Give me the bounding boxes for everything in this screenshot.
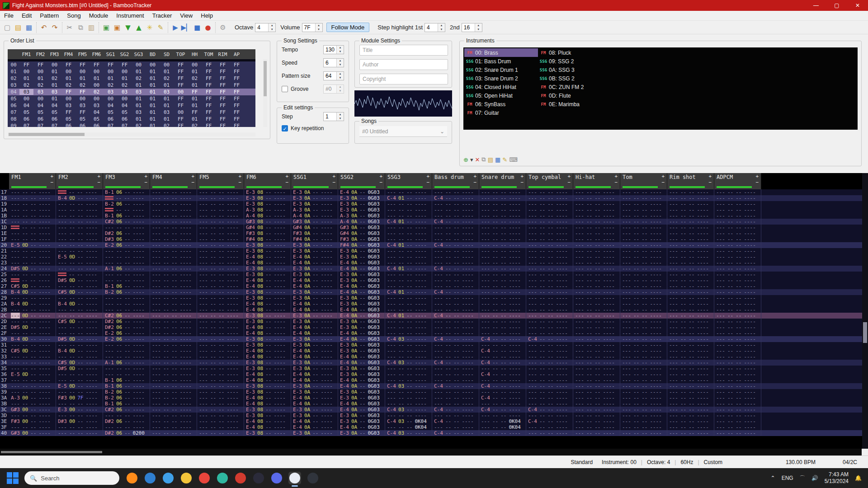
pattern-cell[interactable]: ----------- bbox=[573, 389, 620, 395]
play-icon[interactable]: ▶ bbox=[170, 22, 181, 33]
order-cell[interactable]: 06 bbox=[19, 116, 33, 122]
pattern-cell[interactable]: ----------- bbox=[714, 430, 761, 436]
pattern-cell[interactable]: ----------- bbox=[526, 295, 573, 301]
order-cell[interactable]: 07 bbox=[47, 123, 61, 127]
pattern-row-17[interactable]: 17-------------------B-106--------------… bbox=[0, 189, 868, 195]
pattern-cell[interactable]: ----------- bbox=[526, 360, 573, 366]
instrument-item[interactable]: FM07: Guitar bbox=[464, 108, 538, 117]
order-cell[interactable]: FF bbox=[230, 116, 244, 122]
pattern-cell[interactable]: ----------- bbox=[150, 272, 197, 277]
pattern-cell[interactable]: ----------- bbox=[620, 207, 667, 213]
pattern-cell[interactable]: E-308------ bbox=[244, 295, 291, 301]
order-row[interactable]: 020101020101010101020102FF02FFFFFF bbox=[8, 75, 255, 82]
pattern-cell[interactable]: ----------- bbox=[197, 272, 244, 277]
language-indicator[interactable]: ENG bbox=[782, 475, 793, 481]
pattern-cell[interactable]: ----------- bbox=[9, 195, 56, 201]
pattern-cell[interactable]: ----------- bbox=[667, 195, 714, 201]
pattern-cell[interactable]: E-308------ bbox=[244, 342, 291, 348]
pattern-row-1C[interactable]: 1C----------------------C#206-----------… bbox=[0, 219, 868, 225]
pattern-cell[interactable]: ----------- bbox=[573, 307, 620, 313]
track-expand-button[interactable]: + bbox=[285, 174, 288, 179]
pattern-cell[interactable]: ----------- bbox=[432, 283, 479, 289]
pattern-cell[interactable]: B-106------ bbox=[103, 213, 150, 219]
pattern-cell[interactable]: G#300------ bbox=[9, 430, 56, 436]
order-cell[interactable]: 01 bbox=[160, 116, 174, 122]
pattern-cell[interactable]: ----------- bbox=[150, 283, 197, 289]
order-cell[interactable]: FF bbox=[174, 123, 188, 127]
pattern-cell[interactable]: E-308------ bbox=[244, 360, 291, 366]
pattern-cell[interactable]: ----------- bbox=[714, 383, 761, 389]
pattern-cell[interactable]: ----------- bbox=[620, 424, 667, 430]
pattern-cell[interactable]: ----------- bbox=[9, 219, 56, 225]
pattern-cell[interactable]: C#50D------ bbox=[56, 289, 103, 295]
pattern-cell[interactable]: ----------- bbox=[667, 324, 714, 330]
pattern-cell[interactable]: ----------- bbox=[526, 230, 573, 236]
pattern-cell[interactable]: ----------- bbox=[526, 277, 573, 283]
pattern-cell[interactable]: ----------- bbox=[667, 371, 714, 377]
pattern-cell[interactable]: ----------- bbox=[620, 236, 667, 242]
pattern-cell[interactable]: ----------- bbox=[620, 277, 667, 283]
pattern-cell[interactable]: D#50D------ bbox=[9, 266, 56, 272]
pattern-cell[interactable]: C#206------ bbox=[103, 219, 150, 225]
track-expand-button[interactable]: + bbox=[426, 174, 429, 179]
order-cell[interactable]: FF bbox=[202, 69, 216, 75]
pattern-cell[interactable]: ----------- bbox=[150, 377, 197, 383]
pattern-cell[interactable]: ----------- bbox=[620, 248, 667, 254]
pattern-cell[interactable]: E-40A--0G03 bbox=[338, 383, 385, 389]
pattern-cell[interactable]: ----------- bbox=[526, 401, 573, 407]
pattern-cell[interactable]: ----------- bbox=[385, 389, 432, 395]
order-cell[interactable]: 06 bbox=[118, 116, 132, 122]
start-button[interactable] bbox=[6, 472, 19, 484]
pattern-cell[interactable]: ----------- bbox=[714, 330, 761, 336]
pattern-cell[interactable]: ----------- bbox=[56, 219, 103, 225]
pattern-cell[interactable]: ----------- bbox=[9, 360, 56, 366]
pattern-cell[interactable]: ----------- bbox=[150, 319, 197, 324]
pattern-cell[interactable]: E-408------ bbox=[244, 348, 291, 354]
pattern-cell[interactable]: ----------- bbox=[197, 230, 244, 236]
pattern-cell[interactable]: ----------- bbox=[714, 295, 761, 301]
pattern-cell[interactable]: ----------- bbox=[56, 377, 103, 383]
order-cell[interactable]: FF bbox=[33, 62, 47, 68]
pattern-cell[interactable]: C-403------ bbox=[385, 407, 432, 413]
pattern-cell[interactable]: ----------- bbox=[620, 354, 667, 360]
order-cell[interactable]: FF bbox=[202, 116, 216, 122]
pattern-cell[interactable]: ----------- bbox=[479, 230, 526, 236]
track-expand-button[interactable]: + bbox=[520, 174, 524, 179]
pattern-cell[interactable]: E-408------ bbox=[244, 324, 291, 330]
pattern-cell[interactable]: ----------- bbox=[56, 354, 103, 360]
pattern-cell[interactable]: G#40A--0G03 bbox=[338, 230, 385, 236]
pattern-cell[interactable]: E-30A------ bbox=[291, 413, 338, 418]
order-cell[interactable]: FF bbox=[174, 96, 188, 102]
order-cell[interactable]: 03 bbox=[160, 109, 174, 115]
pattern-cell[interactable]: ----------- bbox=[573, 230, 620, 236]
pattern-cell[interactable]: ----------- bbox=[197, 301, 244, 307]
pattern-cell[interactable]: ----------- bbox=[620, 407, 667, 413]
pattern-cell[interactable]: ----------- bbox=[56, 260, 103, 266]
pattern-cell[interactable]: D#50D------ bbox=[9, 324, 56, 330]
author-input[interactable]: Author bbox=[359, 59, 448, 70]
order-cell[interactable]: 03 bbox=[47, 89, 61, 95]
pattern-cell[interactable]: ----------- bbox=[150, 295, 197, 301]
pattern-cell[interactable]: A-308------ bbox=[244, 207, 291, 213]
pattern-cell[interactable]: C-401------ bbox=[385, 195, 432, 201]
pattern-cell[interactable]: ----------- bbox=[667, 395, 714, 401]
pattern-cell[interactable]: ----------- bbox=[9, 236, 56, 242]
rename-instrument-icon[interactable]: ⌨ bbox=[509, 156, 518, 163]
pattern-cell[interactable]: ----------- bbox=[197, 413, 244, 418]
pattern-cell[interactable]: ----------- bbox=[150, 225, 197, 230]
order-cell[interactable]: FF bbox=[230, 75, 244, 81]
pattern-cell[interactable]: C-4-------- bbox=[432, 266, 479, 272]
pattern-cell[interactable]: ----------- bbox=[9, 230, 56, 236]
pattern-cell[interactable]: E-308------ bbox=[244, 336, 291, 342]
pattern-cell[interactable]: ----------- bbox=[150, 413, 197, 418]
pattern-cell[interactable]: ----------- bbox=[150, 201, 197, 207]
track-expand-button[interactable]: + bbox=[332, 174, 335, 179]
pattern-cell[interactable]: ----------- bbox=[667, 366, 714, 371]
order-cell[interactable]: FF bbox=[230, 96, 244, 102]
pattern-cell[interactable]: ----------- bbox=[479, 201, 526, 207]
pattern-cell[interactable]: ----------- bbox=[9, 260, 56, 266]
pattern-cell[interactable]: ----------- bbox=[385, 330, 432, 336]
order-cell[interactable]: 05 bbox=[61, 116, 75, 122]
bambootracker-icon[interactable] bbox=[288, 472, 301, 484]
menu-file[interactable]: File bbox=[0, 11, 18, 20]
